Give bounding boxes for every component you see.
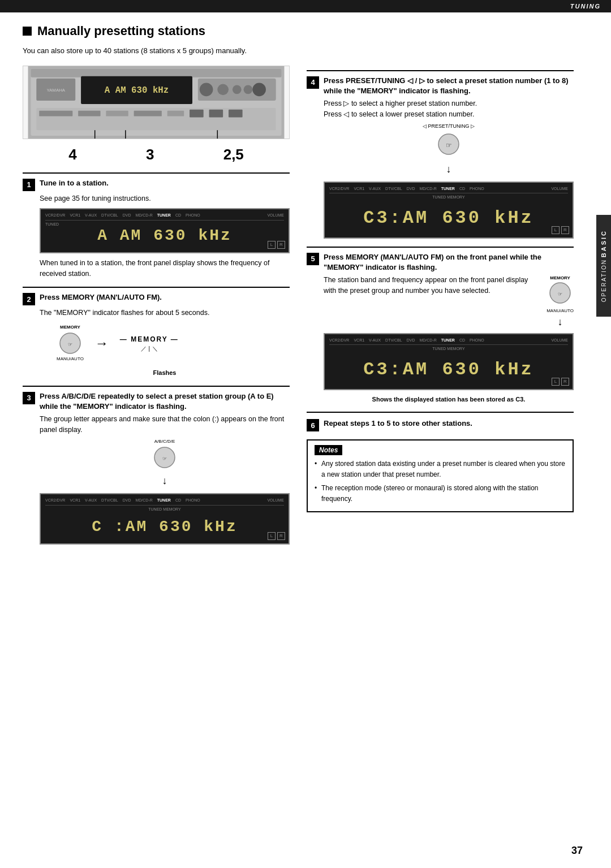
step2-divider bbox=[23, 287, 290, 288]
step-1-after-text: When tuned in to a station, the front pa… bbox=[40, 258, 290, 279]
step-5-number: 5 bbox=[307, 253, 319, 265]
svg-text:☞: ☞ bbox=[68, 342, 72, 347]
step-4-body: Press ▷ to select a higher preset statio… bbox=[324, 98, 574, 239]
step-5: 5 Press MEMORY (MAN'L/AUTO FM) on the fr… bbox=[307, 252, 574, 404]
svg-point-8 bbox=[200, 83, 213, 96]
step-3-body: The group letter appears and make sure t… bbox=[40, 414, 290, 545]
intro-text: You can also store up to 40 stations (8 … bbox=[23, 45, 574, 57]
step-4-body2: Press ◁ to select a lower preset station… bbox=[324, 109, 574, 120]
step-4: 4 Press PRESET/TUNING ◁ / ▷ to select a … bbox=[307, 76, 574, 239]
svg-point-12 bbox=[252, 83, 266, 96]
step-2-header: 2 Press MEMORY (MAN'L/AUTO FM). bbox=[23, 292, 290, 305]
two-col-layout: YAMAHA A AM 630 kHz bbox=[23, 66, 574, 553]
svg-point-10 bbox=[233, 85, 242, 94]
step-1-title: Tune in to a station. bbox=[40, 178, 109, 188]
step-5-memory-btn: MEMORY ☞ MANU/AUTO ↓ bbox=[547, 275, 574, 330]
step-labels: 4 3 2,5 bbox=[23, 146, 290, 163]
svg-point-9 bbox=[217, 84, 229, 95]
step-3-display: VCR2/DVR VCR1 V-AUX DTV/CBL DVD MD/CD-R … bbox=[40, 493, 290, 545]
svg-rect-16 bbox=[106, 110, 128, 116]
svg-text:YAMAHA: YAMAHA bbox=[46, 88, 65, 93]
right-tab-operation: OPERATION bbox=[601, 259, 607, 302]
preset-tuning-area: ◁ PRESET/TUNING ▷ ☞ ↓ bbox=[324, 123, 574, 176]
svg-rect-21 bbox=[229, 109, 243, 117]
step-5-caption: Shows the displayed station has been sto… bbox=[324, 395, 574, 404]
step-3-header: 3 Press A/B/C/D/E repeatedly to select a… bbox=[23, 391, 290, 412]
step-3-display-topbar: VCR2/DVR VCR1 V-AUX DTV/CBL DVD MD/CD-R … bbox=[45, 496, 284, 506]
step-6-number: 6 bbox=[307, 419, 319, 431]
step-3-display-icons: L R bbox=[268, 532, 285, 540]
step-6-title: Repeat steps 1 to 5 to store other stati… bbox=[324, 418, 472, 429]
step-1: 1 Tune in to a station. See page 35 for … bbox=[23, 178, 290, 279]
notes-box: Notes Any stored station data existing u… bbox=[307, 439, 574, 512]
top-bar-title: TUNING bbox=[570, 3, 601, 10]
step-2-body: The "MEMORY" indicator flashes for about… bbox=[40, 308, 290, 377]
step-label-25: 2,5 bbox=[223, 146, 244, 163]
flashes-label: Flashes bbox=[40, 368, 290, 378]
step-1-display: VCR2/DVR VCR1 V-AUX DTV/CBL DVD MD/CD-R … bbox=[40, 208, 290, 253]
step-3: 3 Press A/B/C/D/E repeatedly to select a… bbox=[23, 391, 290, 545]
step-3-display-text: C :AM 630 kHz bbox=[45, 513, 284, 541]
step-2-number: 2 bbox=[23, 293, 35, 305]
step-4-display-icons: L R bbox=[552, 226, 569, 234]
svg-rect-14 bbox=[39, 110, 72, 116]
step-6: 6 Repeat steps 1 to 5 to store other sta… bbox=[307, 418, 574, 431]
step-2-title: Press MEMORY (MAN'L/AUTO FM). bbox=[40, 292, 162, 303]
left-column: YAMAHA A AM 630 kHz bbox=[23, 66, 290, 553]
svg-text:☞: ☞ bbox=[558, 291, 562, 297]
step-6-header: 6 Repeat steps 1 to 5 to store other sta… bbox=[307, 418, 574, 431]
step-label-3: 3 bbox=[146, 146, 154, 163]
svg-text:☞: ☞ bbox=[162, 456, 167, 461]
step-5-header: 5 Press MEMORY (MAN'L/AUTO FM) on the fr… bbox=[307, 252, 574, 273]
step5-memory-label: MEMORY bbox=[547, 275, 574, 282]
step-label-4: 4 bbox=[68, 146, 76, 163]
step3-divider bbox=[23, 386, 290, 387]
right-tab-basic: BASIC bbox=[600, 230, 607, 257]
step-1-body: See page 35 for tuning instructions. VCR… bbox=[40, 193, 290, 279]
memory-flashing-box: — MEMORY — ／ | ＼ bbox=[120, 334, 179, 353]
step-3-number: 3 bbox=[23, 392, 35, 404]
step5-divider bbox=[307, 247, 574, 248]
svg-text:☞: ☞ bbox=[446, 141, 452, 149]
step-2: 2 Press MEMORY (MAN'L/AUTO FM). The "MEM… bbox=[23, 292, 290, 377]
right-column: 4 Press PRESET/TUNING ◁ / ▷ to select a … bbox=[307, 66, 574, 553]
svg-rect-19 bbox=[190, 109, 204, 117]
step-1-header: 1 Tune in to a station. bbox=[23, 178, 290, 191]
step-4-title: Press PRESET/TUNING ◁ / ▷ to select a pr… bbox=[324, 76, 574, 96]
step2-arrow: → bbox=[95, 333, 109, 353]
step-4-header: 4 Press PRESET/TUNING ◁ / ▷ to select a … bbox=[307, 76, 574, 96]
svg-rect-20 bbox=[209, 109, 223, 117]
step-1-number: 1 bbox=[23, 179, 35, 191]
step-5-display-icons: L R bbox=[552, 378, 569, 386]
step-1-display-icons: L R bbox=[268, 241, 285, 249]
step1-divider bbox=[23, 172, 290, 174]
step-5-display-topbar: VCR2/DVR VCR1 V-AUX DTV/CBL DVD MD/CD-R … bbox=[329, 336, 568, 346]
svg-point-11 bbox=[244, 85, 253, 94]
step-3-instruction: The group letter appears and make sure t… bbox=[40, 414, 290, 435]
step-3-title: Press A/B/C/D/E repeatedly to select a p… bbox=[40, 391, 290, 412]
memory-button-left: MEMORY ☞ MANU/AUTO bbox=[57, 324, 84, 362]
memory-illustration: MEMORY ☞ MANU/AUTO → — MEMORY — bbox=[57, 324, 290, 362]
abcde-label: A/B/C/D/E bbox=[40, 438, 290, 445]
page-number: 37 bbox=[571, 845, 583, 857]
step-1-instruction: See page 35 for tuning instructions. bbox=[40, 193, 290, 204]
step-4-body1: Press ▷ to select a higher preset statio… bbox=[324, 98, 574, 109]
step6-divider bbox=[307, 412, 574, 413]
svg-rect-17 bbox=[134, 110, 162, 116]
step4-divider bbox=[307, 70, 574, 71]
step-1-display-text: A AM 630 kHz bbox=[45, 222, 284, 250]
step-5-display: VCR2/DVR VCR1 V-AUX DTV/CBL DVD MD/CD-R … bbox=[324, 333, 574, 390]
page-title: Manually presetting stations bbox=[37, 24, 205, 38]
notes-item-1: Any stored station data existing under a… bbox=[315, 459, 566, 480]
top-bar: TUNING bbox=[0, 0, 611, 12]
step-5-instruction: The station band and frequency appear on… bbox=[324, 275, 574, 296]
svg-rect-18 bbox=[167, 110, 184, 116]
step-4-display-text: C3:AM 630 kHz bbox=[329, 201, 568, 235]
preset-tuning-label: ◁ PRESET/TUNING ▷ bbox=[324, 123, 574, 131]
page-title-block: Manually presetting stations bbox=[23, 24, 574, 38]
abcde-button-area: A/B/C/D/E ☞ ↓ bbox=[40, 438, 290, 489]
svg-rect-15 bbox=[78, 110, 100, 116]
step-5-display-text: C3:AM 630 kHz bbox=[329, 353, 568, 387]
svg-rect-2 bbox=[31, 68, 281, 77]
right-sidebar-tab: BASIC OPERATION bbox=[596, 215, 611, 317]
